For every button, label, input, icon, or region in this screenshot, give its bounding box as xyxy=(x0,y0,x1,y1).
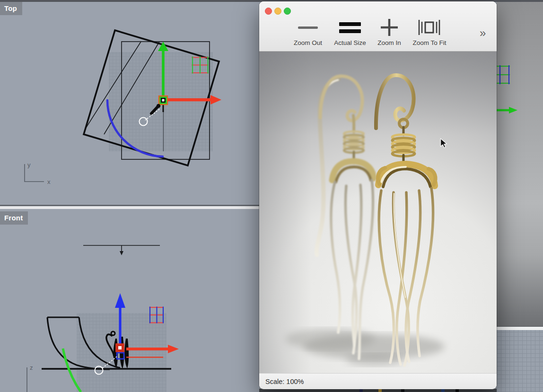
minimize-button[interactable] xyxy=(274,8,281,15)
axis-indicator-top: y x xyxy=(25,161,51,185)
axis-indicator-front: z xyxy=(27,364,33,392)
zoom-to-fit-icon xyxy=(418,18,441,37)
earring-left xyxy=(316,76,374,359)
svg-text:z: z xyxy=(30,364,33,371)
actual-size-button[interactable]: Actual Size xyxy=(329,17,371,46)
maximize-button[interactable] xyxy=(284,8,291,15)
earrings-render xyxy=(259,52,497,373)
zoom-in-button[interactable]: Zoom In xyxy=(369,17,409,46)
zoom-in-icon xyxy=(380,18,399,37)
zoom-out-icon xyxy=(298,18,318,37)
render-preview-window: Zoom Out Actual Size Zoom In xyxy=(259,1,497,389)
viewport-top[interactable]: y x Top xyxy=(0,2,259,205)
gumball-y-arrow[interactable] xyxy=(497,107,517,113)
viewport-front-label[interactable]: Front xyxy=(0,211,28,225)
close-button[interactable] xyxy=(265,8,272,15)
svg-text:x: x xyxy=(47,178,51,185)
earring-right xyxy=(376,75,436,366)
dimension-line xyxy=(83,245,160,255)
render-view[interactable] xyxy=(259,52,497,373)
zoom-out-button[interactable]: Zoom Out xyxy=(287,17,329,46)
actual-size-icon xyxy=(339,18,361,37)
viewport-top-canvas: y x xyxy=(0,2,259,205)
app-window: y x Top xyxy=(0,0,543,392)
dock-strip xyxy=(259,389,497,392)
viewport-front[interactable]: z Front xyxy=(0,209,259,392)
scale-readout: Scale: 100% xyxy=(259,378,304,385)
toolbar-overflow-button[interactable]: » xyxy=(480,27,486,39)
window-statusbar: Scale: 100% xyxy=(259,373,497,389)
viewport-right-sliver[interactable] xyxy=(497,330,543,392)
viewport-top-label[interactable]: Top xyxy=(0,2,22,15)
zoom-to-fit-button[interactable]: Zoom To Fit xyxy=(407,17,452,46)
gumball-origin[interactable] xyxy=(159,96,167,105)
svg-text:y: y xyxy=(27,161,31,168)
render-shadow xyxy=(285,329,445,366)
perspective-sliver-overlay xyxy=(497,2,543,326)
viewport-front-canvas: z xyxy=(0,209,259,392)
mouse-cursor xyxy=(440,138,448,149)
window-titlebar[interactable]: Zoom Out Actual Size Zoom In xyxy=(259,1,497,52)
